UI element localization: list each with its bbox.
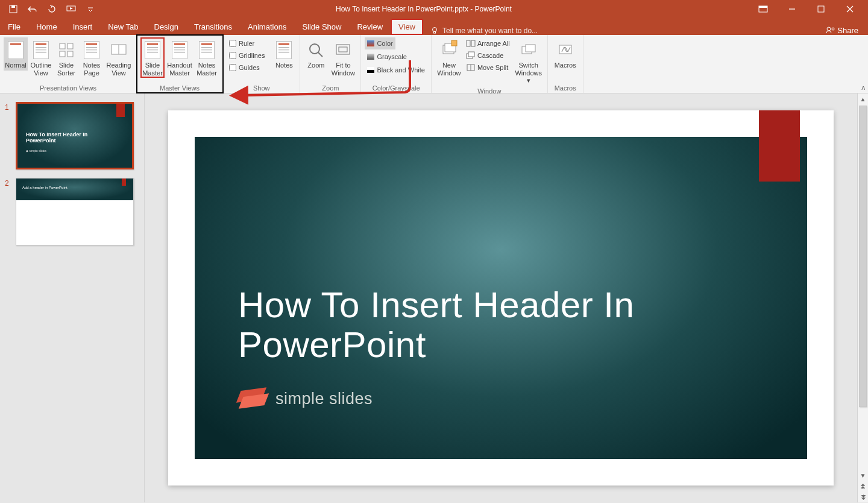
fit-to-window-button[interactable]: Fit to Window <box>329 37 357 78</box>
minimize-icon[interactable] <box>779 1 805 17</box>
logo-icon <box>238 387 267 411</box>
normal-view-button[interactable]: Normal <box>4 37 28 71</box>
slide-thumbnail-pane[interactable]: 1 How To Insert Header In PowerPoint◆ si… <box>0 93 145 502</box>
group-master-views: Slide Master Handout Master Notes Master… <box>137 35 223 93</box>
tab-design[interactable]: Design <box>146 19 186 35</box>
quick-access-toolbar <box>0 2 98 16</box>
share-button[interactable]: Share <box>826 26 868 35</box>
slide-ribbon-shape <box>759 110 800 182</box>
tab-insert[interactable]: Insert <box>65 19 101 35</box>
tab-new-tab[interactable]: New Tab <box>100 19 146 35</box>
cascade-button[interactable]: Cascade <box>464 49 512 62</box>
vertical-scrollbar[interactable]: ▲ ▼ ⯭ ⯯ <box>857 93 868 502</box>
share-label: Share <box>837 26 858 35</box>
group-color-grayscale: Color Grayscale Black and White Color/Gr… <box>361 35 431 93</box>
svg-rect-1 <box>11 5 15 8</box>
group-color-grayscale-label: Color/Grayscale <box>365 83 427 93</box>
tell-me-search[interactable]: Tell me what you want to do... <box>423 27 826 35</box>
arrange-all-button[interactable]: Arrange All <box>464 37 512 49</box>
svg-rect-20 <box>336 45 350 54</box>
reading-view-button[interactable]: Reading View <box>105 37 133 78</box>
close-icon[interactable] <box>837 1 863 17</box>
scroll-down-icon[interactable]: ▼ <box>858 470 868 481</box>
color-button[interactable]: Color <box>365 37 395 49</box>
slide-sorter-button[interactable]: Slide Sorter <box>54 37 78 78</box>
switch-windows-button[interactable]: Switch Windows ▾ <box>514 37 544 86</box>
tab-home[interactable]: Home <box>28 19 65 35</box>
slide-master-button[interactable]: Slide Master <box>140 37 165 78</box>
cascade-icon <box>467 52 475 59</box>
svg-rect-28 <box>468 52 474 57</box>
ruler-checkbox[interactable]: Ruler <box>227 37 267 49</box>
tab-view[interactable]: View <box>391 19 423 35</box>
group-window: New Window Arrange All Cascade Move Spli… <box>432 35 548 93</box>
slide: How To Insert Header In PowerPoint simpl… <box>168 110 834 486</box>
tab-transitions[interactable]: Transitions <box>186 19 240 35</box>
handout-master-button[interactable]: Handout Master <box>166 37 193 78</box>
svg-rect-21 <box>339 47 347 52</box>
tab-file[interactable]: File <box>0 19 28 35</box>
grayscale-swatch-icon <box>367 54 374 60</box>
group-zoom: Zoom Fit to Window Zoom <box>300 35 361 93</box>
tell-me-label: Tell me what you want to do... <box>442 27 538 35</box>
scroll-thumb[interactable] <box>859 106 867 407</box>
move-split-icon <box>467 64 475 71</box>
svg-rect-15 <box>60 51 65 57</box>
grayscale-button[interactable]: Grayscale <box>365 51 409 63</box>
scroll-up-icon[interactable]: ▲ <box>858 93 868 104</box>
ribbon: Normal Outline View Slide Sorter Notes P… <box>0 35 868 93</box>
svg-line-19 <box>318 52 322 57</box>
move-split-button[interactable]: Move Split <box>464 62 512 74</box>
tab-slideshow[interactable]: Slide Show <box>294 19 349 35</box>
outline-view-button[interactable]: Outline View <box>29 37 53 78</box>
group-presentation-views: Normal Outline View Slide Sorter Notes P… <box>0 35 137 93</box>
group-master-views-label: Master Views <box>140 83 219 93</box>
undo-icon[interactable] <box>25 2 40 16</box>
svg-point-11 <box>827 27 831 31</box>
guides-checkbox[interactable]: Guides <box>227 62 267 74</box>
svg-rect-4 <box>759 6 767 8</box>
group-show-label: Show <box>227 83 296 93</box>
slide-canvas[interactable]: How To Insert Header In PowerPoint simpl… <box>145 93 857 502</box>
ribbon-tabs: File Home Insert New Tab Design Transiti… <box>0 17 868 35</box>
logo-text: simple slides <box>275 390 373 408</box>
title-bar: How To Insert Header In PowerPoint.pptx … <box>0 0 868 17</box>
redo-icon[interactable] <box>45 2 59 16</box>
qat-dropdown-icon[interactable] <box>83 2 98 16</box>
workspace: 1 How To Insert Header In PowerPoint◆ si… <box>0 93 868 502</box>
next-slide-icon[interactable]: ⯯ <box>858 492 868 502</box>
slide-title: How To Insert Header In PowerPoint <box>238 285 708 365</box>
save-icon[interactable] <box>6 2 20 16</box>
bw-swatch-icon <box>367 67 374 73</box>
group-presentation-views-label: Presentation Views <box>4 83 133 93</box>
notes-master-button[interactable]: Notes Master <box>195 37 219 78</box>
collapse-ribbon-icon[interactable]: ʌ <box>861 84 866 92</box>
chevron-down-icon: ▾ <box>527 77 530 84</box>
notes-page-button[interactable]: Notes Page <box>80 37 104 78</box>
tab-animations[interactable]: Animations <box>240 19 294 35</box>
group-macros-label: Macros <box>552 83 579 93</box>
maximize-icon[interactable] <box>808 1 834 17</box>
svg-rect-6 <box>818 6 824 12</box>
group-zoom-label: Zoom <box>304 83 357 93</box>
new-window-button[interactable]: New Window <box>435 37 463 78</box>
thumbnail-2[interactable]: 2 Add a header in PowerPoint <box>5 178 139 245</box>
share-icon <box>826 27 835 35</box>
svg-rect-16 <box>68 51 73 57</box>
tab-review[interactable]: Review <box>349 19 391 35</box>
notes-button[interactable]: Notes <box>272 37 296 71</box>
macros-button[interactable]: Macros <box>552 37 579 71</box>
prev-slide-icon[interactable]: ⯭ <box>858 481 868 492</box>
svg-rect-13 <box>60 43 65 49</box>
slideshow-icon[interactable] <box>64 2 78 16</box>
gridlines-checkbox[interactable]: Gridlines <box>227 49 267 62</box>
group-macros: Macros Macros <box>548 35 583 93</box>
svg-point-18 <box>310 44 319 54</box>
svg-rect-26 <box>471 40 475 46</box>
window-title: How To Insert Header In PowerPoint.pptx … <box>98 5 750 13</box>
zoom-button[interactable]: Zoom <box>304 37 328 71</box>
svg-rect-24 <box>451 40 457 46</box>
thumbnail-1[interactable]: 1 How To Insert Header In PowerPoint◆ si… <box>5 102 139 169</box>
black-white-button[interactable]: Black and White <box>365 64 427 76</box>
ribbon-display-icon[interactable] <box>750 1 776 17</box>
